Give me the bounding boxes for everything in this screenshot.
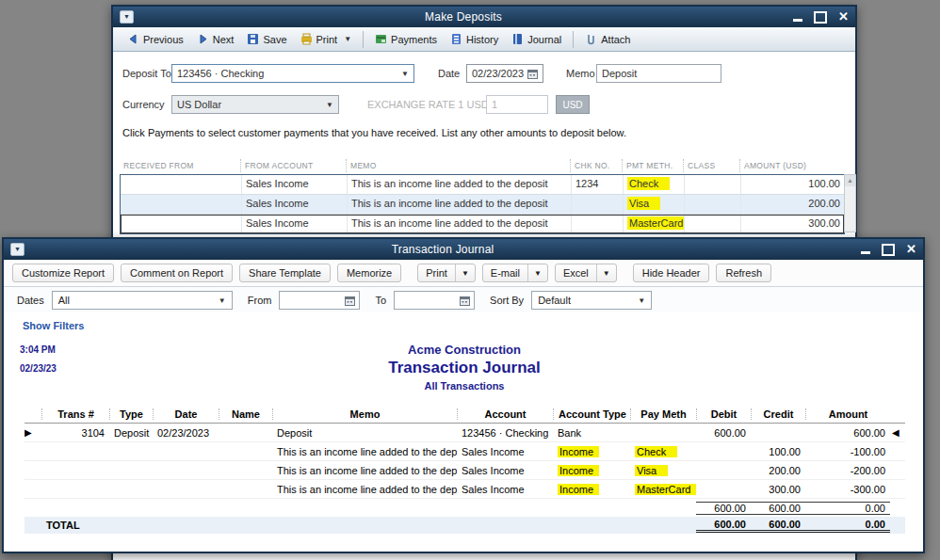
- date-field[interactable]: 02/23/2023: [466, 64, 543, 83]
- usd-unit-button: USD: [556, 95, 590, 114]
- history-button[interactable]: History: [444, 31, 505, 47]
- save-button[interactable]: Save: [240, 31, 293, 47]
- cell-received-from[interactable]: [121, 175, 241, 194]
- cell-debit: 600.00: [696, 427, 751, 439]
- minimize-icon[interactable]: [793, 19, 802, 22]
- scroll-up-icon[interactable]: ▲: [845, 175, 855, 186]
- share-template-button[interactable]: Share Template: [239, 264, 331, 282]
- cell-amount: -300.00: [805, 484, 890, 495]
- cell-chk-no[interactable]: [571, 215, 623, 233]
- cell-memo[interactable]: This is an income line added to the depo…: [347, 175, 571, 194]
- calendar-icon[interactable]: [460, 296, 470, 306]
- chevron-down-icon[interactable]: ▼: [344, 35, 351, 43]
- dates-label: Dates: [17, 295, 44, 306]
- print-button[interactable]: Print ▼: [417, 264, 476, 282]
- paperclip-icon: [585, 33, 597, 45]
- window-menu-icon[interactable]: ▼: [10, 243, 24, 256]
- cell-pmt-meth[interactable]: MasterCard: [623, 215, 684, 233]
- from-date-field[interactable]: [279, 291, 360, 310]
- table-row[interactable]: Sales Income This is an income line adde…: [121, 215, 844, 233]
- total-amount: 0.00: [805, 519, 890, 533]
- report-filter-bar: Dates All ▼ From To Sort By Default ▼: [4, 287, 923, 314]
- journal-row: This is an income line added to the depo…: [24, 442, 905, 461]
- print-button[interactable]: Print ▼: [294, 31, 359, 47]
- show-filters-link[interactable]: Show Filters: [23, 320, 84, 331]
- chevron-down-icon[interactable]: ▼: [528, 264, 547, 281]
- exchange-rate-label: EXCHANGE RATE 1 USD =: [367, 99, 497, 110]
- to-date-field[interactable]: [394, 291, 475, 310]
- currency-label: Currency: [122, 99, 165, 110]
- cell-received-from[interactable]: [121, 195, 241, 214]
- cell-credit: 300.00: [751, 484, 805, 495]
- payments-button[interactable]: Payments: [368, 31, 444, 47]
- customize-report-button[interactable]: Customize Report: [12, 264, 114, 282]
- calendar-icon[interactable]: [345, 296, 355, 306]
- cell-memo: This is an income line added to the depo…: [272, 465, 457, 476]
- cell-chk-no[interactable]: [571, 195, 623, 214]
- journal-button[interactable]: Journal: [505, 31, 568, 47]
- close-icon[interactable]: ✕: [906, 245, 916, 254]
- table-row[interactable]: Sales Income This is an income line adde…: [121, 175, 844, 195]
- cell-amount[interactable]: 100.00: [740, 175, 844, 194]
- minimize-icon[interactable]: [861, 251, 870, 254]
- window-menu-icon[interactable]: ▼: [120, 10, 134, 24]
- cell-date: 02/23/2023: [153, 427, 219, 439]
- highlighted-text: Check: [627, 177, 670, 190]
- next-button[interactable]: Next: [190, 31, 241, 47]
- chevron-down-icon[interactable]: ▼: [597, 264, 616, 281]
- attach-button[interactable]: Attach: [578, 31, 637, 47]
- total-label: TOTAL: [41, 520, 109, 531]
- cell-from-account[interactable]: Sales Income: [241, 195, 347, 214]
- cell-from-account[interactable]: Sales Income: [241, 175, 347, 194]
- calendar-icon[interactable]: [527, 69, 538, 79]
- cell-received-from[interactable]: [121, 215, 241, 233]
- cell-memo[interactable]: This is an income line added to the depo…: [347, 195, 571, 214]
- previous-button[interactable]: Previous: [121, 31, 190, 47]
- cell-amount[interactable]: 300.00: [740, 215, 844, 233]
- cell-class[interactable]: [684, 215, 740, 233]
- col-received-from: RECEIVED FROM: [120, 159, 240, 172]
- highlighted-text: Income: [558, 465, 599, 476]
- cell-pay-meth: Visa: [630, 465, 696, 476]
- cell-chk-no[interactable]: 1234: [571, 175, 623, 194]
- cell-amount[interactable]: 200.00: [740, 195, 844, 214]
- report-subtitle: All Transactions: [4, 380, 925, 392]
- maximize-icon[interactable]: [814, 11, 827, 24]
- currency-combobox[interactable]: US Dollar ▼: [171, 95, 339, 114]
- chevron-down-icon[interactable]: ▼: [456, 264, 475, 281]
- email-button[interactable]: E-mail ▼: [482, 264, 548, 282]
- make-deposits-titlebar[interactable]: ▼ Make Deposits ✕: [113, 7, 855, 27]
- excel-button[interactable]: Excel ▼: [555, 264, 617, 282]
- journal-row: This is an income line added to the depo…: [24, 461, 905, 480]
- maximize-icon[interactable]: [882, 244, 895, 256]
- window-title: Transaction Journal: [24, 243, 861, 256]
- col-credit: Credit: [751, 408, 805, 420]
- cell-class[interactable]: [684, 195, 740, 214]
- cell-class[interactable]: [684, 175, 740, 194]
- transaction-journal-titlebar[interactable]: ▼ Transaction Journal ✕: [4, 239, 923, 260]
- cell-pmt-meth[interactable]: Check: [623, 175, 684, 194]
- journal-header-row: Trans # Type Date Name Memo Account Acco…: [24, 405, 905, 424]
- hide-header-button[interactable]: Hide Header: [633, 264, 710, 282]
- journal-table: Trans # Type Date Name Memo Account Acco…: [24, 405, 905, 534]
- table-row[interactable]: Sales Income This is an income line adde…: [121, 195, 844, 215]
- cell-pmt-meth[interactable]: Visa: [623, 195, 684, 214]
- sort-by-combobox[interactable]: Default ▼: [531, 291, 652, 310]
- deposit-to-combobox[interactable]: 123456 · Checking ▼: [171, 64, 414, 83]
- cell-type: Deposit: [109, 427, 153, 439]
- highlighted-text: Visa: [635, 465, 668, 476]
- cell-memo[interactable]: This is an income line added to the depo…: [347, 215, 571, 233]
- cell-memo: This is an income line added to the depo…: [272, 484, 457, 495]
- cell-amount: 600.00: [805, 427, 890, 439]
- memorize-button[interactable]: Memorize: [337, 264, 401, 282]
- cell-from-account[interactable]: Sales Income: [241, 215, 347, 233]
- comment-on-report-button[interactable]: Comment on Report: [121, 264, 233, 282]
- vertical-scrollbar[interactable]: ▲: [844, 174, 856, 232]
- dates-combobox[interactable]: All ▼: [52, 291, 233, 310]
- close-icon[interactable]: ✕: [838, 12, 849, 22]
- total-debit: 600.00: [696, 519, 751, 533]
- memo-field[interactable]: Deposit: [596, 64, 721, 83]
- refresh-button[interactable]: Refresh: [716, 264, 771, 282]
- highlighted-text: Income: [558, 446, 599, 457]
- cell-amount: -200.00: [805, 465, 890, 476]
